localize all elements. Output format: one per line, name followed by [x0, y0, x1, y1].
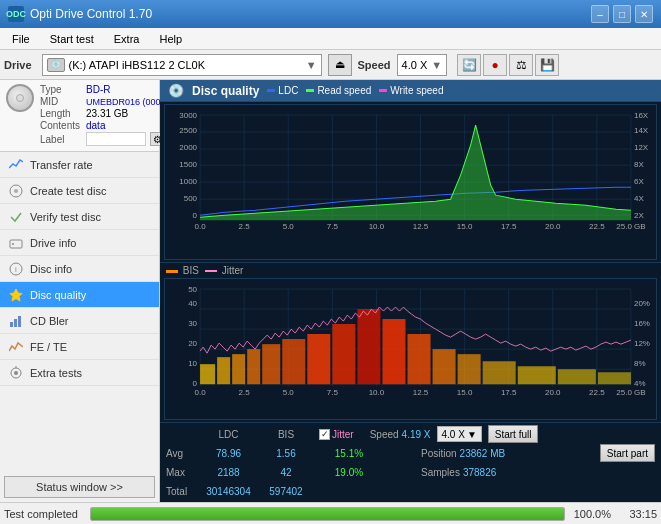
status-window-button[interactable]: Status window >> — [4, 476, 155, 498]
jitter-label: Jitter — [222, 265, 244, 276]
svg-text:50: 50 — [188, 285, 197, 294]
svg-text:10.0: 10.0 — [369, 388, 385, 397]
speed-select-stat[interactable]: 4.0 X ▼ — [437, 426, 482, 442]
disc-info-fields: Type BD-R MID UMEBDR016 (000) Length 23.… — [40, 84, 164, 147]
svg-marker-98 — [200, 364, 215, 384]
svg-marker-107 — [382, 319, 405, 384]
svg-text:15.0: 15.0 — [457, 222, 473, 231]
transfer-rate-icon — [8, 157, 24, 173]
create-test-disc-icon — [8, 183, 24, 199]
bis-jitter-chart: 0 10 20 30 40 50 0.0 2.5 5.0 7.5 10.0 12… — [164, 278, 657, 420]
refresh-button[interactable]: 🔄 — [457, 54, 481, 76]
close-button[interactable]: ✕ — [635, 5, 653, 23]
progress-track — [90, 507, 565, 521]
legend-read-label: Read speed — [317, 85, 371, 96]
nav-extra-tests-label: Extra tests — [30, 367, 82, 379]
menu-help[interactable]: Help — [151, 31, 190, 47]
legend-write-label: Write speed — [390, 85, 443, 96]
menu-start-test[interactable]: Start test — [42, 31, 102, 47]
svg-marker-114 — [598, 372, 631, 384]
stats-bar: LDC BIS ✓ Jitter Speed 4.19 X 4.0 X — [160, 422, 661, 502]
nav-extra-tests[interactable]: Extra tests — [0, 360, 159, 386]
jitter-checkbox[interactable]: ✓ — [319, 429, 330, 440]
position-label: Position — [421, 448, 457, 459]
nav-drive-info[interactable]: Drive info — [0, 230, 159, 256]
svg-marker-101 — [247, 349, 260, 384]
disc-mid-value: UMEBDR016 (000) — [86, 97, 164, 107]
nav-create-test-disc[interactable]: Create test disc — [0, 178, 159, 204]
drive-bar: Drive 💿 (K:) ATAPI iHBS112 2 CL0K ▼ ⏏ Sp… — [0, 50, 661, 80]
svg-text:16X: 16X — [634, 111, 649, 120]
disc-contents-field: Contents data — [40, 120, 164, 131]
record-button[interactable]: ● — [483, 54, 507, 76]
nav-fe-te[interactable]: FE / TE — [0, 334, 159, 360]
svg-text:0.0: 0.0 — [195, 222, 207, 231]
svg-marker-104 — [307, 334, 330, 384]
disc-inner — [16, 94, 24, 102]
bis-jitter-svg: 0 10 20 30 40 50 0.0 2.5 5.0 7.5 10.0 12… — [165, 279, 656, 399]
disc-type-field: Type BD-R — [40, 84, 164, 95]
svg-marker-103 — [282, 339, 305, 384]
menu-extra[interactable]: Extra — [106, 31, 148, 47]
nav-transfer-rate[interactable]: Transfer rate — [0, 152, 159, 178]
eject-button[interactable]: ⏏ — [328, 54, 352, 76]
nav-create-test-disc-label: Create test disc — [30, 185, 106, 197]
samples-label: Samples — [421, 467, 460, 478]
disc-icon-area — [6, 84, 34, 147]
extra-tests-icon — [8, 365, 24, 381]
svg-text:20.0: 20.0 — [545, 388, 561, 397]
chart2-header: BIS Jitter — [160, 262, 661, 276]
svg-text:2.5: 2.5 — [239, 222, 251, 231]
nav-disc-quality[interactable]: Disc quality — [0, 282, 159, 308]
maximize-button[interactable]: □ — [613, 5, 631, 23]
disc-type-value: BD-R — [86, 84, 110, 95]
menu-file[interactable]: File — [4, 31, 38, 47]
svg-text:25.0 GB: 25.0 GB — [616, 388, 645, 397]
svg-marker-105 — [332, 324, 355, 384]
svg-text:5.0: 5.0 — [283, 222, 295, 231]
svg-text:12%: 12% — [634, 339, 650, 348]
svg-marker-106 — [357, 309, 380, 384]
svg-rect-8 — [14, 319, 17, 327]
speed-setting-value: 4.0 X — [442, 429, 465, 440]
svg-text:2X: 2X — [634, 211, 644, 220]
nav-verify-test-disc[interactable]: Verify test disc — [0, 204, 159, 230]
progress-percent: 100.0% — [571, 508, 611, 520]
nav-disc-info[interactable]: i Disc info — [0, 256, 159, 282]
compare-button[interactable]: ⚖ — [509, 54, 533, 76]
svg-point-11 — [14, 371, 18, 375]
speed-stat-value: 4.19 X — [402, 429, 431, 440]
avg-label: Avg — [166, 448, 196, 459]
svg-text:1500: 1500 — [179, 160, 197, 169]
speed-select[interactable]: 4.0 X ▼ — [397, 54, 448, 76]
samples-value: 378826 — [463, 467, 496, 478]
svg-text:20: 20 — [188, 339, 197, 348]
nav-disc-quality-label: Disc quality — [30, 289, 86, 301]
disc-type-label: Type — [40, 84, 84, 95]
ldc-read-chart: 0 500 1000 1500 2000 2500 3000 0.0 2.5 5… — [164, 104, 657, 260]
drive-select[interactable]: 💿 (K:) ATAPI iHBS112 2 CL0K ▼ — [42, 54, 322, 76]
chart-title: Disc quality — [192, 84, 259, 98]
disc-label-input[interactable] — [86, 132, 146, 146]
svg-text:16%: 16% — [634, 319, 650, 328]
svg-marker-102 — [262, 344, 280, 384]
drive-dropdown-arrow: ▼ — [306, 59, 317, 71]
svg-marker-100 — [232, 354, 245, 384]
start-full-button[interactable]: Start full — [488, 425, 539, 443]
start-part-button[interactable]: Start part — [600, 444, 655, 462]
nav-cd-bler[interactable]: CD Bler — [0, 308, 159, 334]
svg-marker-6 — [10, 289, 22, 301]
minimize-button[interactable]: – — [591, 5, 609, 23]
disc-contents-value: data — [86, 120, 105, 131]
speed-setting-arrow: ▼ — [467, 429, 477, 440]
position-stat: Position 23862 MB — [421, 448, 505, 459]
save-button[interactable]: 💾 — [535, 54, 559, 76]
svg-marker-108 — [407, 334, 430, 384]
nav-verify-test-disc-label: Verify test disc — [30, 211, 101, 223]
speed-label: Speed — [358, 59, 391, 71]
legend-ldc: LDC — [267, 85, 298, 96]
drive-icon: 💿 — [47, 58, 65, 72]
speed-value: 4.0 X — [402, 59, 428, 71]
sidebar: Type BD-R MID UMEBDR016 (000) Length 23.… — [0, 80, 160, 502]
svg-rect-2 — [10, 240, 22, 248]
